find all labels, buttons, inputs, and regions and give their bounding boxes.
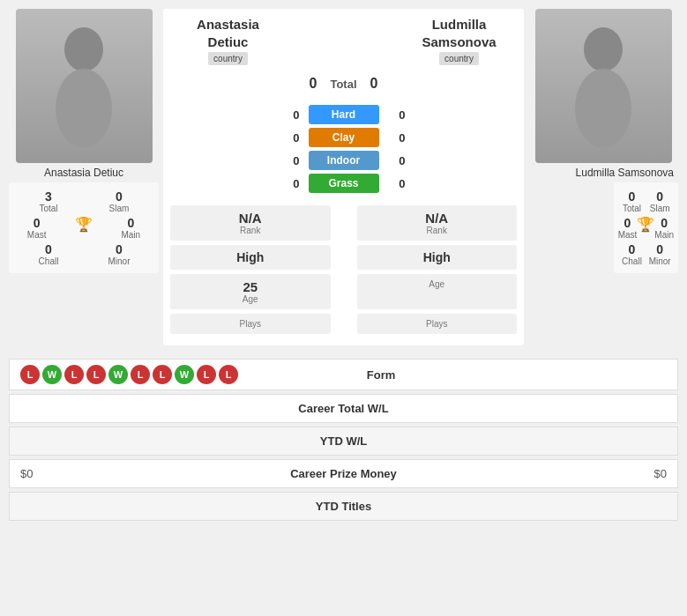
right-stat-row-3: 0 Chall 0 Minor <box>618 242 674 266</box>
form-badge-10: L <box>219 365 238 384</box>
right-plays-block: Plays <box>357 314 518 334</box>
right-mast-cell: 0 Mast <box>618 216 638 240</box>
left-age-block: 25 Age <box>170 274 331 309</box>
left-minor-value: 0 <box>84 242 154 256</box>
left-rank-block: N/A Rank <box>170 205 331 241</box>
form-row: L W L L W L L W L L Form <box>9 359 678 390</box>
clay-right-num: 0 <box>388 131 406 145</box>
right-slam-value: 0 <box>646 189 674 204</box>
form-badge-5: W <box>108 365 128 384</box>
surf-line-grass: 0 Grass 0 <box>170 174 517 193</box>
main-container: Anastasia Detiuc 3 Total 0 Slam 0 <box>0 0 687 521</box>
hard-badge: Hard <box>309 105 379 124</box>
svg-point-1 <box>56 69 112 148</box>
form-badge-9: L <box>197 365 216 384</box>
right-silhouette-icon <box>568 25 638 148</box>
left-age-value: 25 <box>183 279 317 294</box>
total-score-row: 0 Total 0 <box>170 76 517 92</box>
middle-panel: AnastasiaDetiuc country LudmillaSamsonov… <box>163 9 524 345</box>
plays-row: Plays Plays <box>170 314 517 334</box>
right-total-label: Total <box>618 204 646 213</box>
left-silhouette-icon <box>49 25 119 148</box>
right-minor-value: 0 <box>646 242 674 256</box>
right-name-block: LudmillaSamsonova country <box>401 16 517 65</box>
right-main-cell: 0 Main <box>654 216 674 240</box>
right-chall-cell: 0 Chall <box>618 242 646 266</box>
right-mast-label: Mast <box>618 230 638 240</box>
left-player-name: Anastasia Detiuc <box>9 163 159 182</box>
form-badge-1: L <box>20 365 40 384</box>
left-minor-cell: 0 Minor <box>84 242 154 266</box>
right-trophy-cell: 🏆 <box>637 216 654 240</box>
right-rank-label: Rank <box>370 226 504 235</box>
clay-left-num: 0 <box>282 131 300 145</box>
surfaces-section: 0 Hard 0 0 Clay 0 0 Indoor 0 0 Grass <box>170 101 517 197</box>
high-row: High High <box>170 245 517 270</box>
left-total-label: Total <box>13 204 84 213</box>
form-badge-3: L <box>64 365 84 384</box>
left-main-label: Main <box>108 230 154 240</box>
form-badges-left: L W L L W L L W L L <box>20 365 238 384</box>
right-age-block: Age <box>357 274 518 309</box>
career-total-label: Career Total W/L <box>182 402 505 415</box>
left-total-cell: 3 Total <box>13 189 84 213</box>
surf-line-clay: 0 Clay 0 <box>170 128 517 147</box>
form-badge-8: W <box>175 365 194 384</box>
left-main-value: 0 <box>108 216 154 230</box>
indoor-right-num: 0 <box>388 154 406 167</box>
right-total-cell: 0 Total <box>618 189 646 213</box>
form-badge-6: L <box>131 365 150 384</box>
names-row: AnastasiaDetiuc country LudmillaSamsonov… <box>170 16 517 65</box>
right-age-label: Age <box>370 279 504 289</box>
left-high-value: High <box>183 250 317 264</box>
rank-row: N/A Rank N/A Rank <box>170 205 517 241</box>
right-total-value: 0 <box>618 189 646 204</box>
right-high-block: High <box>357 245 518 270</box>
prize-money-label: Career Prize Money <box>182 467 505 480</box>
top-area: Anastasia Detiuc 3 Total 0 Slam 0 <box>0 0 687 354</box>
indoor-left-num: 0 <box>282 154 300 167</box>
right-photo-inner <box>535 9 672 163</box>
right-minor-label: Minor <box>646 256 674 266</box>
form-label: Form <box>238 368 524 382</box>
svg-point-3 <box>575 69 631 148</box>
left-mast-value: 0 <box>13 216 60 230</box>
career-total-row: Career Total W/L <box>9 394 678 423</box>
left-slam-value: 0 <box>84 189 154 204</box>
right-player-area: Ludmilla Samsonova 0 Total 0 Slam 0 Mas <box>528 9 678 345</box>
ytd-wl-row: YTD W/L <box>9 427 678 456</box>
hard-left-num: 0 <box>282 108 300 122</box>
right-player-stats: 0 Total 0 Slam 0 Mast 🏆 <box>614 182 678 273</box>
left-age-label: Age <box>183 294 317 304</box>
ytd-wl-label: YTD W/L <box>320 434 367 448</box>
left-minor-label: Minor <box>84 256 154 266</box>
right-player-title: LudmillaSamsonova <box>401 16 517 50</box>
bottom-rows: L W L L W L L W L L Form Career Total W/… <box>9 359 678 521</box>
grass-badge: Grass <box>309 174 379 193</box>
left-stat-row-3: 0 Chall 0 Minor <box>13 242 154 266</box>
right-stat-row-1: 0 Total 0 Slam <box>618 189 674 213</box>
left-stat-row-1: 3 Total 0 Slam <box>13 189 154 213</box>
right-player-photo <box>535 9 672 163</box>
grass-left-num: 0 <box>282 177 300 190</box>
left-country-tag: country <box>208 52 248 65</box>
right-mast-value: 0 <box>618 216 638 230</box>
surf-line-indoor: 0 Indoor 0 <box>170 151 517 170</box>
left-rank-value: N/A <box>183 211 317 226</box>
age-row: 25 Age Age <box>170 274 517 309</box>
left-stat-row-2: 0 Mast 🏆 0 Main <box>13 216 154 240</box>
left-total-score: 0 <box>310 76 317 92</box>
left-player-area: Anastasia Detiuc 3 Total 0 Slam 0 <box>9 9 159 345</box>
left-high-block: High <box>170 245 331 270</box>
right-main-label: Main <box>654 230 674 240</box>
right-player-name: Ludmilla Samsonova <box>571 163 678 182</box>
form-badge-4: L <box>86 365 106 384</box>
right-minor-cell: 0 Minor <box>646 242 674 266</box>
left-plays-label: Plays <box>183 319 317 329</box>
right-plays-label: Plays <box>370 319 504 329</box>
right-chall-value: 0 <box>618 242 646 256</box>
ytd-titles-row: YTD Titles <box>9 492 678 521</box>
left-plays-block: Plays <box>170 314 331 334</box>
svg-point-2 <box>584 27 623 71</box>
left-mast-cell: 0 Mast <box>13 216 60 240</box>
